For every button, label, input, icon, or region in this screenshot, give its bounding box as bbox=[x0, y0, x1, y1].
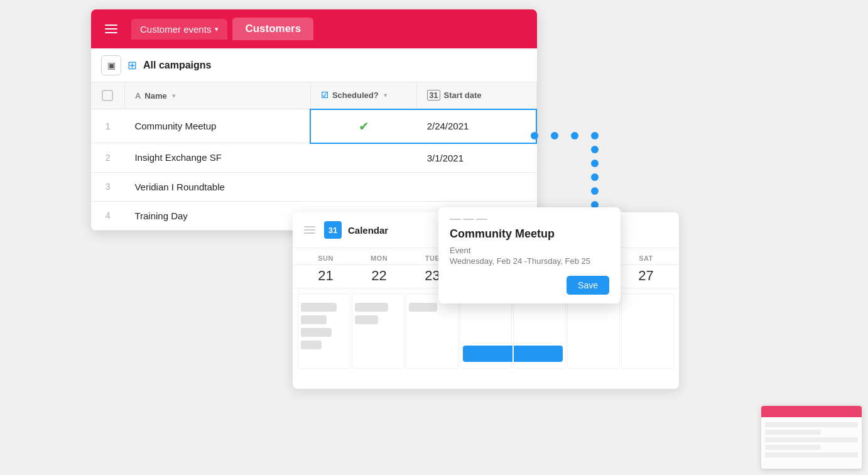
popup-event-type: Event bbox=[450, 246, 609, 255]
app-header: Customer events ▾ Customers bbox=[91, 9, 537, 48]
col-startdate-label: Start date bbox=[444, 90, 482, 100]
chevron-down-icon: ▾ bbox=[215, 25, 219, 33]
drag-handle[interactable] bbox=[304, 226, 315, 234]
popup-drag-handle[interactable] bbox=[450, 219, 609, 220]
cal-cell-thu[interactable] bbox=[513, 293, 566, 369]
event-bar-thu[interactable] bbox=[513, 346, 563, 362]
tab-customer-events[interactable]: Customer events ▾ bbox=[131, 19, 227, 40]
mini-row bbox=[765, 430, 821, 435]
calendar-title: Calendar bbox=[348, 225, 388, 236]
row-number: 2 bbox=[91, 143, 124, 173]
event-popup: Community Meetup Event Wednesday, Feb 24… bbox=[438, 207, 621, 303]
cal-cell-sun[interactable] bbox=[298, 293, 350, 369]
mini-body bbox=[761, 417, 862, 462]
calendar-body bbox=[293, 288, 679, 389]
row-number: 1 bbox=[91, 109, 124, 143]
scheduled-checkmark: ✔ bbox=[359, 119, 369, 133]
th-checkbox[interactable] bbox=[91, 82, 124, 109]
table-header-row: A Name ▾ ☑ Scheduled? ▾ 31 Start dat bbox=[91, 82, 536, 109]
row-startdate bbox=[417, 172, 536, 201]
cal-cell-sat[interactable] bbox=[621, 293, 674, 369]
dot bbox=[591, 173, 599, 181]
mini-screenshot bbox=[761, 406, 862, 469]
col-scheduled-chevron: ▾ bbox=[384, 92, 387, 99]
all-campaigns-label: All campaigns bbox=[143, 60, 211, 71]
day-sat: SAT bbox=[619, 254, 673, 262]
sidebar-toggle-icon: ▣ bbox=[107, 60, 116, 70]
mini-row bbox=[765, 437, 858, 442]
day-num-21: 21 bbox=[299, 268, 352, 288]
day-sun: SUN bbox=[299, 254, 352, 262]
dot bbox=[571, 132, 578, 139]
table-row[interactable]: 2 Insight Exchange SF 3/1/2021 bbox=[91, 143, 536, 173]
day-num-27: 27 bbox=[619, 268, 673, 288]
menu-button[interactable] bbox=[101, 21, 121, 37]
col-scheduled-label: Scheduled? bbox=[332, 90, 379, 100]
event-bar-wed[interactable] bbox=[463, 346, 513, 362]
th-name[interactable]: A Name ▾ bbox=[124, 82, 310, 109]
row-scheduled[interactable]: ✔ bbox=[310, 109, 416, 143]
popup-event-date: Wednesday, Feb 24 -Thursday, Feb 25 bbox=[450, 256, 609, 266]
popup-event-title: Community Meetup bbox=[450, 227, 609, 241]
dot bbox=[591, 187, 599, 195]
row-startdate: 3/1/2021 bbox=[417, 143, 536, 173]
cal-cell-tue[interactable] bbox=[406, 293, 458, 369]
tab-customers-label: Customers bbox=[245, 23, 301, 35]
row-number: 4 bbox=[91, 201, 124, 230]
day-num-22: 22 bbox=[352, 268, 406, 288]
mini-row bbox=[765, 452, 858, 457]
row-name: Training Day bbox=[124, 201, 310, 230]
dot bbox=[531, 132, 538, 139]
cal-cell-mon[interactable] bbox=[352, 293, 404, 369]
row-name: Insight Exchange SF bbox=[124, 143, 310, 173]
dot bbox=[551, 132, 558, 139]
row-number: 3 bbox=[91, 172, 124, 201]
row-startdate: 2/24/2021 bbox=[417, 109, 536, 143]
row-scheduled[interactable] bbox=[310, 143, 416, 173]
col-name-label: Name bbox=[144, 91, 166, 101]
dot bbox=[591, 160, 599, 167]
dot bbox=[591, 132, 599, 139]
dot bbox=[591, 146, 599, 153]
th-startdate[interactable]: 31 Start date bbox=[417, 82, 536, 109]
mini-header bbox=[761, 406, 862, 417]
checkbox-col-icon: ☑ bbox=[321, 90, 328, 100]
select-all-checkbox[interactable] bbox=[102, 90, 113, 101]
popup-save-button[interactable]: Save bbox=[567, 276, 609, 295]
grid-view-icon: ⊞ bbox=[127, 58, 137, 72]
main-window: Customer events ▾ Customers ▣ ⊞ All camp… bbox=[91, 9, 537, 231]
mini-row bbox=[765, 445, 821, 450]
calendar-icon-num: 31 bbox=[328, 226, 337, 235]
mini-row bbox=[765, 422, 858, 427]
row-scheduled[interactable] bbox=[310, 172, 416, 201]
col-name-chevron: ▾ bbox=[172, 92, 175, 99]
calendar-col-icon: 31 bbox=[427, 90, 440, 101]
row-name: Community Meetup bbox=[124, 109, 310, 143]
tab-customer-events-label: Customer events bbox=[140, 24, 211, 35]
calendar-icon: 31 bbox=[324, 221, 342, 239]
day-mon: MON bbox=[352, 254, 406, 262]
cal-cell-fri[interactable] bbox=[567, 293, 620, 369]
sidebar-toggle-button[interactable]: ▣ bbox=[101, 55, 121, 75]
sub-toolbar: ▣ ⊞ All campaigns bbox=[91, 48, 537, 82]
table-row[interactable]: 1 Community Meetup ✔ 2/24/2021 bbox=[91, 109, 536, 143]
th-scheduled[interactable]: ☑ Scheduled? ▾ bbox=[310, 82, 416, 109]
cal-cell-wed[interactable] bbox=[460, 293, 513, 369]
table-row[interactable]: 3 Veridian I Roundtable bbox=[91, 172, 536, 201]
tab-customers[interactable]: Customers bbox=[232, 18, 313, 40]
row-name: Veridian I Roundtable bbox=[124, 172, 310, 201]
text-sort-icon: A bbox=[135, 91, 141, 101]
